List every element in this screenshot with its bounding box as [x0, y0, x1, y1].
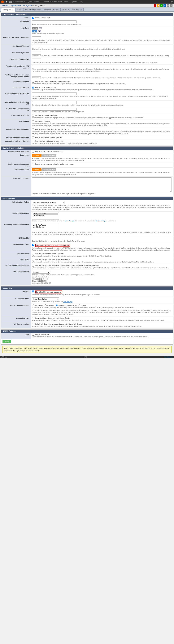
row-auth-per-user-bw: Per-user bandwidth restrictions Use RADI…	[1, 264, 173, 270]
row-pre-auth-redirect: Pre-authentication redirect URL Set a de…	[1, 92, 173, 100]
auth-server-select[interactable]: Local_FreeRadius Local Database	[32, 212, 59, 220]
label-logo-image: Logo Image	[1, 154, 31, 162]
nav-firewall[interactable]: Firewall	[43, 1, 49, 3]
per-user-bw-checkbox[interactable]	[32, 136, 34, 138]
idle-timeout-input[interactable]	[32, 45, 41, 48]
nav-interfaces[interactable]: Interfaces	[34, 1, 41, 3]
save-button[interactable]: Save	[2, 340, 11, 343]
radius-label-text: Send RADIUS accounting packets.	[35, 290, 62, 294]
interface-move-btn2[interactable]: ▼	[38, 30, 41, 32]
pre-auth-redirect-input[interactable]	[32, 92, 77, 95]
nav-services[interactable]: Services	[50, 1, 57, 3]
session-timeout-checkbox[interactable]	[32, 253, 34, 255]
description-input[interactable]: office_zone	[32, 20, 77, 23]
value-after-auth-redirect: Set a forced redirection URL. Clients wi…	[31, 100, 173, 107]
interface-move-btn[interactable]: ▼	[39, 28, 42, 29]
action-btn-5[interactable]: ☰	[167, 4, 169, 7]
auth-traffic-quota-check-label: Use RADIUS pfSense-Max-Total-Octets attr…	[32, 259, 172, 261]
value-reset-waiting: Enable waiting period reset on attempted…	[31, 80, 173, 86]
enable-label-text: Enable Captive Portal	[35, 17, 51, 19]
logout-popup-checkbox[interactable]	[32, 86, 34, 88]
tab-macs[interactable]: MACs	[15, 8, 23, 11]
nav-status[interactable]: Status	[64, 1, 68, 3]
action-btn-4[interactable]: ✉	[163, 4, 166, 7]
terms-conditions-hint: Copy and paste terms and conditions for …	[32, 193, 172, 195]
tab-allowed-hostnames[interactable]: Allowed Hostnames	[43, 8, 60, 11]
row-interfaces: Interfaces WAN ▼ LAN ▼ Select the interf…	[1, 26, 173, 36]
breadcrumb-captive-portal[interactable]: Captive Portal	[10, 4, 21, 6]
bg-browse-button[interactable]: Browse...	[32, 168, 42, 171]
row-session-timeout: Session timeout Use RADIUS Session-Timeo…	[1, 252, 173, 258]
tab-allowed-ip[interactable]: Allowed IP Addresses	[23, 8, 42, 11]
accounting-header: Accounting	[1, 286, 173, 290]
nas-identifier-input[interactable]	[32, 237, 50, 240]
max-concurrent-input[interactable]	[32, 36, 41, 39]
accounting-user-manager-link[interactable]: User Manager	[63, 301, 72, 302]
action-btn-3[interactable]: ✓	[160, 4, 163, 7]
reset-waiting-check-label: Enable waiting period reset on attempted…	[32, 81, 172, 82]
nav-help[interactable]: Help	[80, 1, 84, 3]
radio-stop-start-freeradius[interactable]	[56, 304, 58, 306]
nav-system[interactable]: System	[27, 1, 32, 3]
reauthenticate-checkbox[interactable]	[32, 244, 34, 246]
enable-checkbox[interactable]	[32, 17, 34, 19]
action-btn-6[interactable]: ?	[170, 4, 173, 7]
action-btn-1[interactable]: ✕	[154, 4, 156, 7]
hard-timeout-input[interactable]	[32, 52, 41, 54]
passthrough-mac-auto-checkbox[interactable]	[32, 128, 34, 130]
secondary-auth-server-select[interactable]: Local_FreeRadius Local Database	[32, 224, 59, 231]
top-nav: pfSense COMMUNITY EDITION System Interfa…	[0, 0, 174, 4]
tab-vouchers[interactable]: Vouchers	[60, 8, 71, 11]
https-login-checkbox[interactable]	[32, 334, 34, 336]
idle-time-accounting-checkbox[interactable]	[32, 323, 34, 325]
breadcrumb-current: Configuration	[34, 4, 45, 6]
auth-per-user-bw-checkbox[interactable]	[32, 265, 34, 267]
top-nav-items: System Interfaces Firewall Services VPN …	[27, 1, 83, 3]
row-secondary-auth-server: Secondary authentication Server Local_Fr…	[1, 223, 173, 236]
user-manager-link[interactable]: User Manager	[65, 220, 75, 222]
terms-conditions-textarea[interactable]	[32, 178, 172, 192]
nav-vpn[interactable]: VPN	[59, 1, 62, 3]
waiting-period-input[interactable]	[32, 74, 41, 77]
passthrough-credits-input[interactable]	[32, 65, 41, 68]
vouchers-page-link[interactable]: Vouchers Page	[95, 220, 106, 222]
display-custom-logo-checkbox[interactable]	[32, 150, 34, 152]
radio-stop-start[interactable]	[45, 304, 47, 306]
after-auth-redirect-input[interactable]	[32, 101, 77, 104]
logo-browse-button[interactable]: Browse...	[32, 154, 42, 157]
nas-identifier-hint: Specify a NAS identifier to override the…	[32, 240, 172, 242]
label-session-timeout: Session timeout	[1, 252, 31, 258]
breadcrumb-services[interactable]: Services	[1, 4, 8, 6]
auth-method-select[interactable]: Use an Authentication backend	[32, 201, 65, 204]
footer-right[interactable]: View Licence	[164, 356, 173, 358]
mac-address-format-select[interactable]: Default	[32, 271, 50, 274]
tab-file-manager[interactable]: File Manager	[71, 8, 84, 11]
accounting-server-select[interactable]: Local_FreeRadius	[32, 298, 59, 300]
breadcrumb-office-zone[interactable]: office_zone	[23, 4, 32, 6]
logo-image-btn-row: Browse... No file selected.	[32, 154, 172, 157]
nav-right-icon[interactable]: ⚙	[171, 0, 173, 3]
custom-captive-portal-checkbox[interactable]	[32, 140, 34, 142]
concurrent-logins-checkbox[interactable]	[32, 114, 34, 116]
radius-checkbox[interactable]	[32, 290, 34, 292]
nav-diagnostics[interactable]: Diagnostics	[70, 1, 78, 3]
bg-no-upload-button[interactable]: No file selected.	[42, 168, 56, 171]
bottom-warning-text: Don't forget to enable the DHCP server o…	[4, 348, 169, 352]
radio-no-updates[interactable]	[32, 304, 34, 306]
mac-filtering-checkbox[interactable]	[32, 120, 34, 122]
reset-waiting-checkbox[interactable]	[32, 81, 34, 82]
auth-traffic-quota-checkbox[interactable]	[32, 259, 34, 261]
radio-stop-start-label: Stop/Start	[45, 304, 54, 306]
value-idle-timeout: Clients will be disconnected after this …	[31, 44, 173, 51]
captive-portal-login-panel: Captive Portal Login Page Display custom…	[1, 146, 173, 196]
traffic-quota-input[interactable]	[32, 58, 41, 61]
radio-interim[interactable]	[78, 304, 80, 306]
accounting-style-checkbox[interactable]	[32, 317, 34, 319]
logo-no-upload-button[interactable]: No file selected.	[42, 154, 56, 157]
display-custom-bg-checkbox[interactable]	[32, 163, 34, 165]
action-btn-2[interactable]: ⚑	[157, 4, 160, 7]
tab-configuration[interactable]: Configuration	[1, 8, 15, 12]
auth-server-hint: You can add a remote authentication serv…	[32, 220, 172, 222]
value-auth-method: Use an Authentication backend Select an …	[31, 200, 173, 212]
blocked-mac-redirect-input[interactable]	[32, 108, 77, 110]
